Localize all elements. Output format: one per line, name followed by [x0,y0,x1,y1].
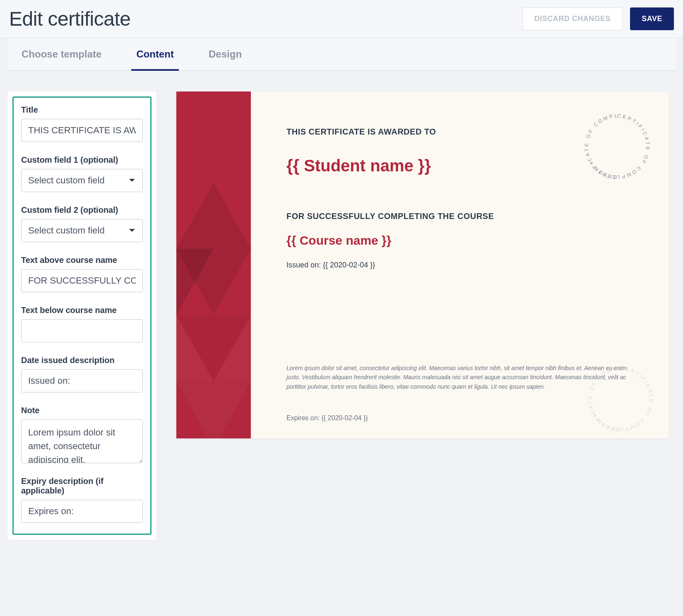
title-input[interactable] [21,119,143,142]
svg-text:CERTIFICATE OF COMPLETION  •: CERTIFICATE OF COMPLETION • [585,364,622,433]
preview-sidebar [176,91,251,438]
tabs: Choose template Content Design [7,38,676,71]
page-title: Edit certificate [9,7,130,30]
title-label: Title [21,105,143,115]
preview-above-course: FOR SUCCESSFULLY COMPLETING THE COURSE [286,212,636,221]
above-course-label: Text above course name [21,255,143,265]
field-date-issued: Date issued description [21,356,143,392]
above-course-input[interactable] [21,269,143,292]
preview-note: Lorem ipsum dolor sit amet, consectetur … [286,363,630,391]
seal-bottom-text-2: CERTIFICATE OF COMPLETION • [585,364,622,433]
below-course-label: Text below course name [21,306,143,315]
main: Title Custom field 1 (optional) Select c… [0,71,683,561]
custom2-label: Custom field 2 (optional) [21,205,143,215]
form-panel: Title Custom field 1 (optional) Select c… [7,91,156,540]
seal-top-text-2: CERTIFICATE OF COMPLETION • [582,111,619,180]
custom1-select[interactable]: Select custom field [21,169,143,192]
tab-content[interactable]: Content [131,38,179,71]
field-custom2: Custom field 2 (optional) Select custom … [21,205,143,242]
preview-issued-on: Issued on: {{ 2020-02-04 }} [286,261,636,270]
save-button[interactable]: SAVE [630,7,674,30]
field-above-course: Text above course name [21,255,143,292]
seal-icon: CERTIFICATE OF COMPLETION • CERTIFICATE … [582,111,652,182]
field-below-course: Text below course name [21,306,143,342]
field-title: Title [21,105,143,142]
form-panel-inner: Title Custom field 1 (optional) Select c… [12,96,152,535]
custom2-select[interactable]: Select custom field [21,219,143,242]
field-note: Note Lorem ipsum dolor sit amet, consect… [21,406,143,463]
triangle-decoration [176,249,251,315]
expiry-label: Expiry description (if applicable) [21,476,143,496]
header: Edit certificate DISCARD CHANGES SAVE [0,0,683,38]
note-label: Note [21,406,143,415]
svg-text:CERTIFICATE OF COMPLETION  •: CERTIFICATE OF COMPLETION • [582,111,619,180]
certificate-preview: THIS CERTIFICATE IS AWARDED TO {{ Studen… [176,91,669,438]
tab-design[interactable]: Design [204,38,247,71]
expiry-input[interactable] [21,500,143,523]
triangle-decoration [176,381,251,438]
triangle-decoration [176,315,251,381]
note-textarea[interactable]: Lorem ipsum dolor sit amet, consectetur … [21,419,143,463]
custom1-label: Custom field 1 (optional) [21,155,143,165]
seal-icon: CERTIFICATE OF COMPLETION • CERTIFICATE … [585,364,656,434]
tab-choose-template[interactable]: Choose template [17,38,106,71]
date-issued-input[interactable] [21,369,143,392]
date-issued-label: Date issued description [21,356,143,365]
below-course-input[interactable] [21,319,143,342]
preview-expires-on: Expires on: {{ 2020-02-04 }} [286,414,636,422]
field-expiry: Expiry description (if applicable) [21,476,143,523]
discard-button[interactable]: DISCARD CHANGES [522,7,623,30]
triangle-decoration [176,183,251,249]
header-actions: DISCARD CHANGES SAVE [522,7,674,30]
preview-body: THIS CERTIFICATE IS AWARDED TO {{ Studen… [251,91,669,438]
field-custom1: Custom field 1 (optional) Select custom … [21,155,143,192]
preview-course-name: {{ Course name }} [286,233,636,248]
